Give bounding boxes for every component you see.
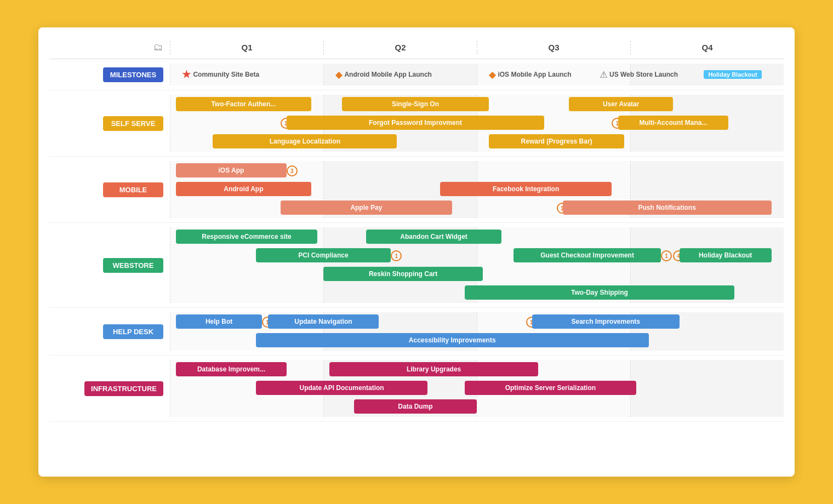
gantt-row: Android AppFacebook Integration bbox=[170, 182, 784, 197]
gantt-bar[interactable]: Library Upgrades bbox=[329, 362, 538, 376]
gantt-bar[interactable]: Single-Sign On bbox=[342, 97, 489, 111]
gantt-section-help-desk: HELP DESKHelp Bot1Update Navigation1Sear… bbox=[49, 308, 784, 356]
diamond-icon: ◆ bbox=[489, 70, 495, 80]
milestone-text: Community Site Beta bbox=[193, 71, 259, 78]
gantt-row: Reskin Shopping Cart bbox=[170, 267, 784, 282]
section-label-self-serve: SELF SERVE bbox=[103, 116, 163, 131]
gantt-bar[interactable]: Push Notifications bbox=[563, 201, 772, 215]
gantt-bar[interactable]: Accessibility Improvements bbox=[256, 333, 649, 347]
milestone-item: ★Community Site Beta bbox=[182, 68, 259, 81]
quarter-label: Q3 bbox=[477, 41, 630, 54]
gantt-bar[interactable]: Forgot Password Improvment bbox=[287, 116, 544, 130]
gantt-row: Language LocalizationReward (Progress Ba… bbox=[170, 134, 784, 150]
gantt-section-self-serve: SELF SERVETwo-Factor Authen...Single-Sig… bbox=[49, 90, 784, 157]
gantt-section-milestones: MILESTONES★Community Site Beta◆Android M… bbox=[49, 59, 784, 90]
gantt-bar[interactable]: Reward (Progress Bar) bbox=[489, 134, 624, 148]
section-label-mobile: MOBILE bbox=[103, 182, 163, 197]
quarter-label: Q4 bbox=[630, 41, 784, 54]
header-icon: 🗂 bbox=[49, 41, 170, 54]
gantt-bar[interactable]: PCI Compliance bbox=[256, 248, 391, 262]
section-label-help-desk: HELP DESK bbox=[103, 324, 163, 339]
gantt-bar[interactable]: Holiday Blackout bbox=[680, 248, 772, 262]
quarter-label: Q2 bbox=[323, 41, 477, 54]
milestones-row: ★Community Site Beta◆Android Mobile App … bbox=[170, 66, 784, 83]
milestone-item: ◆iOS Mobile App Launch bbox=[489, 70, 571, 80]
gantt-row: Responsive eCommerce siteAbandon Cart Wi… bbox=[170, 230, 784, 245]
milestone-item: Holiday Blackout bbox=[704, 70, 761, 79]
gantt-bar[interactable]: Reskin Shopping Cart bbox=[323, 267, 483, 281]
gantt-bar[interactable]: Data Dump bbox=[354, 399, 477, 414]
gantt-bar[interactable]: Android App bbox=[176, 182, 311, 196]
gantt-section-infrastructure: INFRASTRUCTUREDatabase Improvem...Librar… bbox=[49, 356, 784, 422]
gantt-row: Data Dump bbox=[170, 399, 784, 415]
gantt-row: iOS App3 bbox=[170, 163, 784, 179]
gantt-bar[interactable]: 1 bbox=[391, 250, 402, 261]
gantt-bar[interactable]: Optimize Server Serialization bbox=[465, 381, 637, 395]
gantt-bar[interactable]: iOS App bbox=[176, 163, 287, 177]
section-label-webstore: WEBSTORE bbox=[103, 258, 163, 273]
gantt-bar[interactable]: Help Bot bbox=[176, 314, 262, 329]
gantt-bar[interactable]: Search Improvements bbox=[532, 314, 680, 329]
gantt-section-webstore: WEBSTOREResponsive eCommerce siteAbandon… bbox=[49, 223, 784, 308]
gantt-row: Accessibility Improvements bbox=[170, 333, 784, 348]
milestone-text: iOS Mobile App Launch bbox=[498, 71, 571, 78]
warning-icon: ⚠ bbox=[600, 70, 607, 80]
gantt-bar[interactable]: Language Localization bbox=[213, 134, 397, 148]
gantt-bar[interactable]: Update API Documentation bbox=[256, 381, 428, 395]
gantt-bar[interactable]: Update Navigation bbox=[268, 314, 379, 329]
milestone-item: ⚠US Web Store Launch bbox=[600, 70, 678, 80]
gantt-bar[interactable]: Facebook Integration bbox=[440, 182, 612, 196]
diamond-icon: ◆ bbox=[335, 70, 342, 80]
gantt-row: Apple Pay1Push Notifications bbox=[170, 201, 784, 216]
gantt-row: PCI Compliance1Guest Checkout Improvemen… bbox=[170, 248, 784, 264]
gantt-row: Two-Day Shipping bbox=[170, 285, 784, 301]
gantt-body: MILESTONES★Community Site Beta◆Android M… bbox=[49, 59, 784, 422]
milestone-item: ◆Android Mobile App Launch bbox=[335, 70, 432, 80]
section-label-infrastructure: INFRASTRUCTURE bbox=[84, 381, 163, 396]
gantt-bar[interactable]: Abandon Cart Widget bbox=[366, 230, 501, 244]
gantt-bar[interactable]: Multi-Account Mana... bbox=[618, 116, 729, 130]
gantt-bar[interactable]: Database Improvem... bbox=[176, 362, 287, 376]
holiday-blackout-milestone: Holiday Blackout bbox=[704, 70, 761, 79]
gantt-bar[interactable]: User Avatar bbox=[569, 97, 673, 111]
gantt-row: 1Forgot Password Improvment1Multi-Accoun… bbox=[170, 116, 784, 131]
gantt-row: Help Bot1Update Navigation1Search Improv… bbox=[170, 314, 784, 330]
gantt-row: Database Improvem...Library Upgrades bbox=[170, 362, 784, 377]
gantt-row: Two-Factor Authen...Single-Sign OnUser A… bbox=[170, 97, 784, 112]
gantt-bar[interactable]: Guest Checkout Improvement bbox=[514, 248, 661, 262]
gantt-bar[interactable]: Two-Factor Authen... bbox=[176, 97, 311, 111]
gantt-bar[interactable]: 3 bbox=[287, 165, 298, 176]
milestone-text: Android Mobile App Launch bbox=[344, 71, 432, 78]
gantt-bar[interactable]: Responsive eCommerce site bbox=[176, 230, 317, 244]
star-icon: ★ bbox=[182, 68, 191, 81]
gantt-bar[interactable]: Two-Day Shipping bbox=[465, 285, 735, 300]
quarter-label: Q1 bbox=[170, 41, 323, 54]
section-label-milestones: MILESTONES bbox=[103, 67, 163, 82]
gantt-bar[interactable]: Apple Pay bbox=[281, 201, 453, 215]
gantt-bar[interactable]: 1 bbox=[661, 250, 672, 261]
gantt-header: 🗂 Q1Q2Q3Q4 bbox=[49, 41, 784, 59]
quarters-header: Q1Q2Q3Q4 bbox=[170, 41, 784, 54]
gantt-row: Update API DocumentationOptimize Server … bbox=[170, 381, 784, 396]
gantt-section-mobile: MOBILEiOS App3Android AppFacebook Integr… bbox=[49, 157, 784, 223]
milestone-text: US Web Store Launch bbox=[609, 71, 678, 78]
gantt-chart: 🗂 Q1Q2Q3Q4 MILESTONES★Community Site Bet… bbox=[38, 27, 795, 477]
